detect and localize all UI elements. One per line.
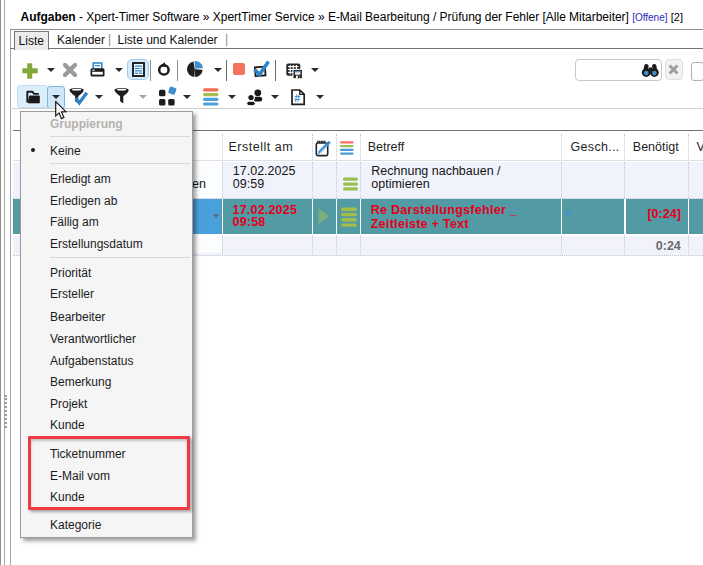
svg-text:#: # bbox=[294, 91, 300, 103]
